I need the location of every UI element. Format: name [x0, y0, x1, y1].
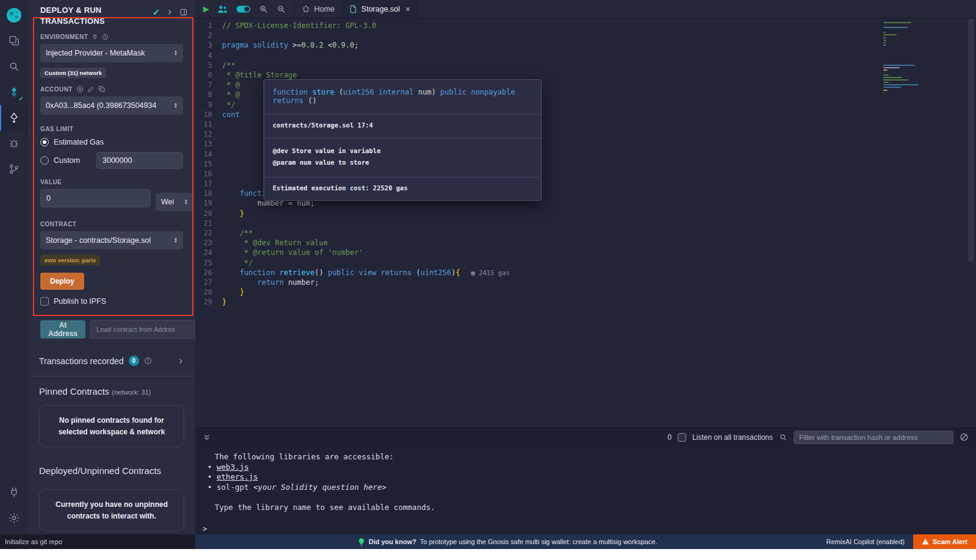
estimated-gas-option[interactable]: Estimated Gas [40, 138, 183, 146]
line-number: 9 [195, 101, 222, 109]
code-line[interactable]: 28 } [195, 287, 976, 297]
publish-checkbox[interactable] [40, 297, 49, 306]
transactions-recorded-row[interactable]: Transactions recorded 0 [28, 356, 195, 366]
clear-console-icon[interactable] [960, 433, 969, 442]
listen-all-transactions-label: Listen on all transactions [692, 433, 773, 442]
code-line[interactable]: 21 [195, 218, 976, 228]
code-line[interactable]: 27 return number; [195, 278, 976, 287]
run-script-icon[interactable]: ▶ [203, 4, 209, 13]
code-line[interactable]: 1// SPDX-License-Identifier: GPL-3.0 [195, 21, 976, 31]
terminal-library-link[interactable]: web3.js [217, 462, 249, 472]
sign-message-icon[interactable] [87, 85, 95, 93]
close-tab-icon[interactable]: × [406, 4, 411, 14]
debugger-icon[interactable] [0, 131, 28, 156]
value-unit: Wei [161, 198, 174, 206]
custom-gas-label: Custom [54, 156, 80, 165]
code-line[interactable]: 6 * @title Storage [195, 70, 976, 80]
plugin-manager-icon[interactable] [0, 479, 28, 505]
line-number: 27 [195, 278, 222, 287]
minimap-line [883, 70, 888, 71]
account-label-row: ACCOUNT [40, 85, 183, 93]
code-line[interactable]: 20 } [195, 209, 976, 218]
deployed-contracts-heading: Deployed/Unpinned Contracts [28, 465, 195, 476]
line-number: 13 [195, 140, 222, 148]
minimap-line [883, 84, 919, 85]
pinned-contracts-empty: No pinned contracts found for selected w… [39, 405, 184, 447]
code-line[interactable]: 25 */ [195, 258, 976, 268]
radio-selected[interactable] [40, 138, 49, 146]
transaction-filter-input[interactable] [794, 431, 953, 444]
minimap-line [883, 27, 908, 28]
at-address-input[interactable] [90, 320, 195, 339]
tab-home[interactable]: Home [294, 0, 342, 18]
code-editor[interactable]: 1// SPDX-License-Identifier: GPL-3.023pr… [195, 18, 976, 428]
collaborate-icon[interactable] [217, 4, 228, 14]
copy-address-icon[interactable] [98, 85, 106, 93]
line-number: 23 [195, 239, 222, 247]
git-icon[interactable] [0, 156, 28, 182]
git-init-status[interactable]: Initialize as git repo [0, 534, 195, 549]
code-line[interactable]: 23 * @dev Return value [195, 238, 976, 248]
info-icon[interactable] [102, 34, 109, 40]
chevron-right-icon[interactable] [166, 9, 173, 16]
terminal-line: Type the library name to see available c… [201, 503, 976, 513]
line-number: 16 [195, 170, 222, 178]
minimap-line [883, 42, 886, 43]
copilot-status[interactable]: RemixAI Copilot (enabled) [827, 538, 905, 545]
custom-gas-input[interactable] [96, 152, 183, 169]
terminal-output[interactable]: The following libraries are accessible:•… [195, 446, 976, 534]
environment-select[interactable]: Injected Provider - MetaMask ▲▼ [40, 44, 183, 62]
editor-scrollbar[interactable] [968, 18, 974, 262]
file-explorer-icon[interactable] [0, 28, 28, 54]
publish-to-ipfs-option[interactable]: Publish to IPFS [40, 297, 183, 306]
listen-all-transactions-checkbox[interactable] [678, 433, 686, 442]
line-number: 26 [195, 268, 222, 277]
info-icon[interactable] [144, 357, 152, 365]
code-line[interactable]: 24 * @return value of 'number' [195, 248, 976, 257]
compiled-check-icon: ✓ [19, 95, 24, 102]
zoom-out-icon[interactable] [276, 4, 286, 14]
code-line[interactable]: 3pragma solidity >=0.8.2 <0.9.0; [195, 40, 976, 50]
custom-gas-option[interactable]: Custom [40, 152, 183, 169]
add-account-icon[interactable] [76, 85, 84, 93]
deploy-and-run-icon[interactable] [0, 105, 28, 131]
pin-panel-icon[interactable] [179, 8, 188, 16]
code-line[interactable]: 29} [195, 297, 976, 307]
value-unit-select[interactable]: Wei ▲▼ [156, 193, 193, 211]
minimap[interactable] [883, 22, 921, 95]
value-input[interactable] [40, 189, 151, 207]
minimap-line [883, 37, 886, 38]
contract-select[interactable]: Storage - contracts/Storage.sol ▲▼ [40, 231, 183, 249]
code-line[interactable]: 26 function retrieve() public view retur… [195, 268, 976, 278]
gas-limit-label: GAS LIMIT [40, 126, 183, 132]
line-number: 19 [195, 199, 222, 207]
account-select[interactable]: 0xA03...85ac4 (0.398673504934 ▲▼ [40, 96, 183, 115]
code-line[interactable]: 5/** [195, 60, 976, 70]
account-label: ACCOUNT [40, 86, 73, 93]
radio-unselected[interactable] [40, 156, 49, 165]
zoom-in-icon[interactable] [259, 4, 268, 14]
deploy-button[interactable]: Deploy [40, 273, 84, 290]
expand-transactions-icon[interactable] [177, 357, 184, 365]
scam-alert-button[interactable]: Scam Alert [913, 534, 976, 549]
code-line[interactable]: 22 /** [195, 228, 976, 238]
tab-storage-sol[interactable]: Storage.sol × [342, 0, 418, 18]
at-address-button[interactable]: At Address [40, 320, 85, 339]
line-number: 3 [195, 41, 222, 49]
toggle-icon[interactable] [236, 5, 251, 13]
terminal-toolbar: 0 Listen on all transactions [195, 428, 976, 446]
line-number: 28 [195, 288, 222, 296]
line-number: 22 [195, 229, 222, 237]
environment-label-row: ENVIRONMENT [40, 34, 183, 40]
search-icon[interactable] [0, 54, 28, 79]
settings-gear-icon[interactable] [0, 505, 28, 531]
terminal-listen-count: 0 [667, 433, 672, 442]
collapse-terminal-icon[interactable] [203, 433, 211, 442]
terminal-library-link[interactable]: ethers.js [217, 472, 258, 481]
code-line[interactable]: 2 [195, 31, 976, 40]
solidity-compiler-icon[interactable]: ✓ [0, 79, 28, 105]
remix-logo[interactable] [0, 2, 28, 28]
warning-icon [922, 538, 929, 545]
line-number: 29 [195, 298, 222, 306]
code-line[interactable]: 4 [195, 51, 976, 60]
